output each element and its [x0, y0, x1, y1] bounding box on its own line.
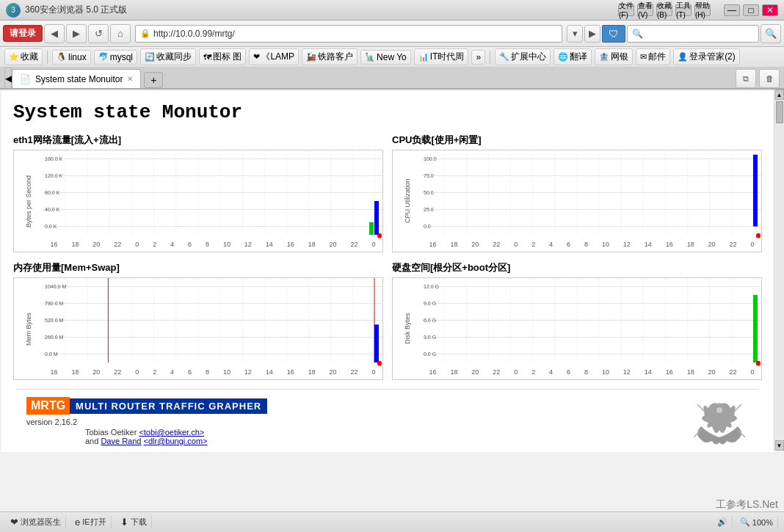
chart-disk-ylabel: Disk Bytes: [393, 278, 422, 379]
bookmark-label-linux: linux: [68, 52, 87, 62]
scroll-down[interactable]: ▼: [775, 440, 784, 451]
svg-rect-26: [369, 222, 374, 235]
bookmark-label-map: 图标 图: [213, 51, 242, 63]
bookmark-rail[interactable]: 🚂 铁路客户: [302, 48, 357, 65]
bookmark-translate[interactable]: 🌐 翻译: [553, 48, 592, 65]
search-button[interactable]: 🔍: [761, 24, 781, 43]
forward-button[interactable]: ▶: [66, 24, 87, 43]
address-dropdown[interactable]: ▾: [567, 25, 583, 43]
chart-mem-ylabel: Mem Bytes: [14, 278, 43, 379]
scroll-track: [775, 100, 784, 440]
svg-rect-82: [374, 324, 379, 362]
bookmark-separator: [47, 51, 48, 64]
chart-disk-title: 硬盘空间[根分区+boot分区]: [392, 261, 762, 274]
status-download[interactable]: ⬇ 下载: [116, 516, 152, 528]
status-ie[interactable]: e IE打开: [70, 516, 112, 528]
maximize-button[interactable]: □: [743, 4, 759, 16]
svg-text:0.0 M: 0.0 M: [45, 350, 58, 357]
chart-disk-xaxis: 161820 2202 468 101214 161820 220: [422, 365, 761, 379]
health-icon: ❤: [10, 517, 18, 528]
status-health[interactable]: ❤ 浏览器医生: [6, 516, 66, 528]
address-bar[interactable]: 🔒 http://10.0.0.99/mrtg/: [135, 25, 562, 43]
charts-row-1: eth1网络流量[流入+流出] Bytes per Second: [13, 134, 762, 252]
minimize-button[interactable]: —: [724, 4, 740, 16]
chart-cpu: CPU负载[使用+闲置] CPU Utilization: [392, 134, 762, 252]
refresh-button[interactable]: ↺: [88, 24, 109, 43]
title-bar: 3 360安全浏览器 5.0 正式版 文件(F) 查看(V) 收藏(B) 工具(…: [0, 0, 784, 21]
status-speaker[interactable]: 🔊: [713, 517, 733, 528]
download-icon: ⬇: [120, 517, 128, 528]
menu-file[interactable]: 文件(F): [618, 4, 634, 16]
bookmark-sync[interactable]: 🔄 收藏同步: [140, 48, 196, 65]
svg-point-112: [716, 407, 722, 413]
bookmark-label-mysql: mysql: [110, 52, 133, 62]
svg-text:50.0: 50.0: [424, 189, 434, 196]
svg-text:0.0 G: 0.0 G: [424, 350, 436, 357]
ie-icon: e: [75, 517, 80, 528]
mrtg-logo: MRTG MULTI ROUTER TRAFFIC GRAPHER: [26, 397, 675, 415]
scroll-up[interactable]: ▲: [775, 90, 784, 100]
author2-name[interactable]: Dave Rand: [101, 437, 141, 445]
main-content: System state Monutor eth1网络流量[流入+流出] Byt…: [1, 91, 774, 452]
menu-tools[interactable]: 工具(T): [675, 4, 692, 16]
shield-button[interactable]: 🛡: [602, 25, 625, 43]
chart-eth1: eth1网络流量[流入+流出] Bytes per Second: [13, 134, 383, 252]
svg-text:6.0 G: 6.0 G: [424, 316, 436, 324]
new-tab-button[interactable]: +: [144, 72, 163, 88]
menu-view[interactable]: 查看(V): [637, 4, 653, 16]
tab-panel-icon1[interactable]: ⧉: [736, 69, 756, 88]
charts-row-2: 内存使用量[Mem+Swap] Mem Bytes: [13, 261, 762, 380]
tab-left-scroll[interactable]: ◀: [4, 68, 12, 88]
scrollbar[interactable]: ▲ ▼: [774, 90, 784, 451]
bookmark-favorites[interactable]: ⭐ 收藏: [4, 48, 43, 65]
bookmark-linux[interactable]: 🐧 linux: [52, 50, 91, 65]
tab-close-button[interactable]: ✕: [127, 75, 133, 83]
search-bar[interactable]: 🔍: [627, 25, 759, 43]
close-button[interactable]: ✕: [762, 4, 778, 16]
home-button[interactable]: ⌂: [110, 24, 131, 43]
back-button[interactable]: ◀: [44, 24, 65, 43]
bookmark-label-ext: 扩展中心: [511, 51, 546, 63]
bookmark-more[interactable]: »: [471, 50, 485, 65]
mrtg-title: MULTI ROUTER TRAFFIC GRAPHER: [70, 398, 267, 414]
status-download-text: 下载: [131, 517, 147, 528]
tab-panel-trash[interactable]: 🗑: [759, 69, 780, 88]
author1-email[interactable]: <tobi@oetiker.ch>: [139, 428, 204, 437]
bookmark-newyo[interactable]: 🗽 New Yo: [360, 50, 411, 65]
title-bar-left: 3 360安全浏览器 5.0 正式版: [6, 3, 127, 18]
bookmark-lamp[interactable]: ❤ 《LAMP: [249, 48, 299, 65]
chart-eth1-title: eth1网络流量[流入+流出]: [13, 134, 383, 147]
author2-email[interactable]: <dlr@bungi.com>: [144, 437, 208, 445]
svg-text:1040.0 M: 1040.0 M: [45, 283, 66, 290]
go-button[interactable]: ▶: [584, 25, 600, 43]
footer-logo: [690, 397, 749, 448]
status-ie-text: IE打开: [82, 517, 106, 528]
bookmark-map[interactable]: 🗺 图标 图: [199, 48, 246, 65]
bookmark-login[interactable]: 👤 登录管家(2): [673, 48, 740, 65]
svg-text:9.0 G: 9.0 G: [424, 299, 436, 307]
svg-rect-109: [753, 295, 758, 362]
svg-text:780.0 M: 780.0 M: [45, 299, 63, 307]
nav-bar: 请登录 ◀ ▶ ↺ ⌂ 🔒 http://10.0.0.99/mrtg/ ▾ ▶…: [0, 21, 784, 47]
chart-disk-container: Disk Bytes: [392, 277, 762, 380]
bookmark-label-bank: 网银: [611, 51, 628, 63]
bookmark-mysql[interactable]: 🐬 mysql: [94, 50, 137, 65]
chart-cpu-xaxis: 161820 2202 468 101214 161820 220: [422, 237, 761, 252]
status-zoom[interactable]: 🔍 100%: [736, 517, 778, 528]
svg-text:0.0: 0.0: [424, 222, 431, 230]
main-tab[interactable]: 📄 System state Monuitor ✕: [12, 69, 141, 88]
scroll-thumb[interactable]: [776, 101, 783, 123]
login-button[interactable]: 请登录: [3, 25, 43, 42]
chart-cpu-container: CPU Utilization: [392, 150, 762, 252]
footer-section: MRTG MULTI ROUTER TRAFFIC GRAPHER versio…: [16, 389, 759, 452]
bookmark-extensions[interactable]: 🔧 扩展中心: [495, 48, 551, 65]
menu-help[interactable]: 帮助(H): [694, 4, 711, 16]
svg-text:40.0 K: 40.0 K: [45, 205, 59, 213]
tab-label: System state Monuitor: [35, 74, 123, 84]
bookmark-email[interactable]: ✉ 邮件: [636, 48, 670, 65]
bookmark-bank[interactable]: 🏦 网银: [595, 48, 633, 65]
bookmark-it[interactable]: 📊 IT时代周: [414, 48, 469, 65]
search-icon: 🔍: [632, 29, 643, 39]
menu-bookmarks[interactable]: 收藏(B): [656, 4, 672, 16]
zoom-icon: 🔍: [740, 517, 750, 527]
